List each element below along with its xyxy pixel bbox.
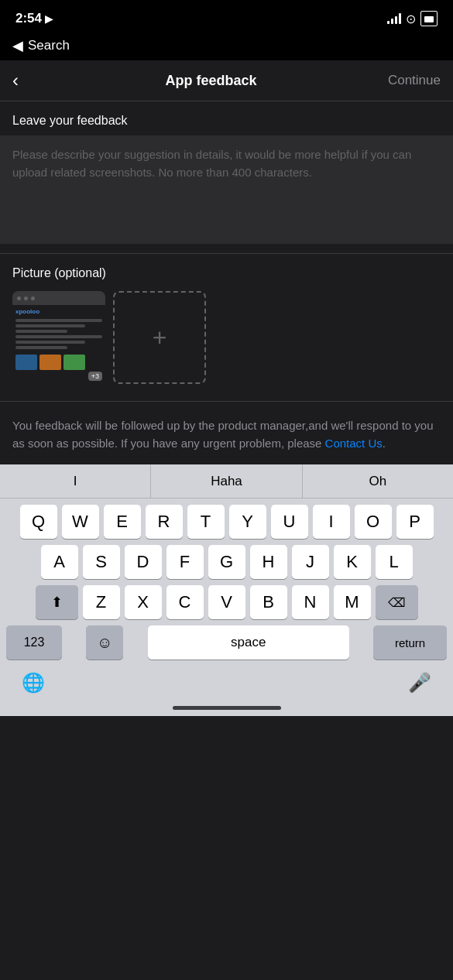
thumb-topbar (12, 291, 105, 305)
nav-header: ‹ App feedback Continue (0, 60, 453, 101)
key-row-3: ⬆ Z X C V B N M ⌫ (3, 585, 450, 619)
key-g[interactable]: G (208, 545, 245, 579)
feedback-title: Leave your feedback (12, 114, 128, 127)
thumb-badge: +3 (88, 372, 102, 381)
key-j[interactable]: J (292, 545, 329, 579)
key-d[interactable]: D (125, 545, 162, 579)
feedback-section-header: Leave your feedback (0, 101, 453, 135)
search-back-icon[interactable]: ◀ (12, 37, 23, 54)
feedback-placeholder: Please describe your suggestion in detai… (12, 148, 411, 179)
continue-button[interactable]: Continue (379, 73, 441, 88)
key-y[interactable]: Y (229, 505, 266, 539)
add-picture-button[interactable]: + (113, 291, 206, 384)
key-row-1: Q W E R T Y U I O P (3, 505, 450, 539)
suggestion-haha[interactable]: Haha (151, 464, 302, 498)
return-key[interactable]: return (373, 625, 447, 660)
picture-title: Picture (optional) (12, 266, 441, 280)
suggestion-i[interactable]: I (0, 464, 151, 498)
key-v[interactable]: V (208, 585, 245, 619)
search-nav-bar: ◀ Search (0, 34, 453, 60)
key-p[interactable]: P (396, 505, 434, 539)
key-e[interactable]: E (104, 505, 141, 539)
key-b[interactable]: B (250, 585, 287, 619)
key-u[interactable]: U (271, 505, 308, 539)
status-icons: ⊙ (387, 11, 438, 26)
key-k[interactable]: K (334, 545, 371, 579)
suggestions-row: I Haha Oh (0, 464, 453, 499)
key-n[interactable]: N (292, 585, 329, 619)
thumb-logo: xpooloo (15, 308, 102, 315)
key-m[interactable]: M (334, 585, 371, 619)
location-icon: ▶ (45, 13, 53, 25)
key-i[interactable]: I (313, 505, 350, 539)
key-s[interactable]: S (83, 545, 120, 579)
screenshot-thumbnail[interactable]: xpooloo +3 (12, 291, 105, 384)
key-q[interactable]: Q (20, 505, 57, 539)
plus-icon: + (153, 325, 167, 350)
home-bar (173, 706, 281, 710)
contact-us-link[interactable]: Contact Us (325, 437, 383, 450)
key-f[interactable]: F (166, 545, 204, 579)
wifi-icon: ⊙ (406, 12, 416, 26)
picture-section: Picture (optional) xpooloo (0, 253, 453, 392)
shift-key[interactable]: ⬆ (36, 585, 78, 619)
search-label: Search (28, 38, 70, 53)
numbers-key[interactable]: 123 (6, 625, 62, 660)
key-t[interactable]: T (187, 505, 225, 539)
battery-icon (420, 11, 438, 26)
followup-section: You feedback will be followed up by the … (0, 401, 453, 464)
keyboard-bottom-bar: 🌐 🎤 (0, 666, 453, 706)
suggestion-oh[interactable]: Oh (303, 464, 453, 498)
globe-icon[interactable]: 🌐 (22, 672, 45, 694)
emoji-key[interactable]: ☺ (86, 625, 123, 660)
key-x[interactable]: X (125, 585, 162, 619)
time-display: 2:54 (15, 11, 42, 26)
key-row-2: A S D F G H J K L (3, 545, 450, 579)
feedback-text-area[interactable]: Please describe your suggestion in detai… (0, 135, 453, 244)
space-key[interactable]: space (148, 625, 349, 660)
picture-row: xpooloo +3 (12, 291, 441, 384)
key-h[interactable]: H (250, 545, 287, 579)
keyboard: I Haha Oh Q W E R T Y U I O P A S D F (0, 464, 453, 716)
page-title: App feedback (43, 73, 379, 89)
key-r[interactable]: R (146, 505, 183, 539)
keys-area: Q W E R T Y U I O P A S D F G H J K L ⬆ … (0, 499, 453, 666)
followup-text: You feedback will be followed up by the … (12, 417, 441, 452)
home-indicator (0, 706, 453, 716)
back-button[interactable]: ‹ (12, 70, 43, 91)
key-o[interactable]: O (355, 505, 392, 539)
key-z[interactable]: Z (83, 585, 120, 619)
key-l[interactable]: L (376, 545, 413, 579)
mic-icon[interactable]: 🎤 (408, 672, 431, 694)
key-a[interactable]: A (41, 545, 78, 579)
delete-key[interactable]: ⌫ (376, 585, 418, 619)
status-time: 2:54 ▶ (15, 11, 53, 26)
main-content: Leave your feedback Please describe your… (0, 101, 453, 464)
key-row-bottom: 123 ☺ space return (3, 625, 450, 660)
key-w[interactable]: W (62, 505, 99, 539)
key-c[interactable]: C (166, 585, 204, 619)
status-bar: 2:54 ▶ ⊙ (0, 0, 453, 34)
signal-icon (387, 13, 401, 24)
